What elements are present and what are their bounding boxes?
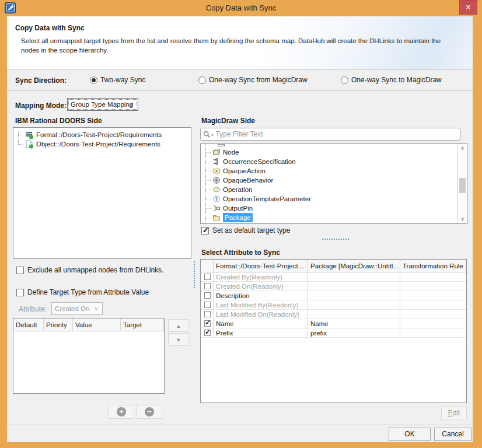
list-item-label: OpaqueBehavior <box>223 176 273 185</box>
table-row[interactable]: Description <box>201 291 466 300</box>
scrollbar-thumb[interactable] <box>459 178 466 193</box>
cancel-button[interactable]: Cancel <box>434 428 471 441</box>
list-item-partial[interactable] <box>205 144 456 148</box>
attribute-value: Created On <box>55 305 89 312</box>
table-row[interactable]: Created By(Readonly) <box>201 272 466 282</box>
edit-label: dit <box>453 409 460 417</box>
radio-two-way-sync[interactable]: Two-way Sync <box>90 76 145 84</box>
tree-item-formal-module[interactable]: Formal::/Doors-Test-Project/Requirements <box>18 130 191 139</box>
row-checkbox[interactable] <box>204 302 211 308</box>
table-row[interactable]: Last Modified By(Readonly) <box>201 300 466 310</box>
column-header-source[interactable]: Formal::/Doors-Test-Project... <box>214 260 308 272</box>
radio-one-way-from-magicdraw[interactable]: One-way Sync from MagicDraw <box>198 76 308 84</box>
radio-icon[interactable] <box>198 76 206 84</box>
list-scrollbar[interactable] <box>457 144 467 223</box>
list-item-operation[interactable]: Operation <box>205 185 456 194</box>
filter-options-caret-icon[interactable] <box>211 133 214 138</box>
dialog-window: Copy Data with Sync Copy Data with Sync … <box>0 0 482 448</box>
vertical-splitter-handle[interactable] <box>194 261 195 288</box>
tree-connector <box>205 162 211 162</box>
minus-icon: − <box>145 407 154 416</box>
scrollbar-down-icon[interactable] <box>458 215 467 223</box>
row-checkbox[interactable] <box>204 320 211 327</box>
type-filter-field[interactable] <box>200 128 460 141</box>
search-input[interactable] <box>216 130 457 138</box>
remove-row-button[interactable]: − <box>137 405 162 419</box>
column-header-target[interactable]: Package [MagicDraw::Untitl... <box>308 260 400 272</box>
tree-connector <box>18 144 23 145</box>
column-header-checkbox[interactable] <box>201 260 214 272</box>
radio-label: One-way Sync to MagicDraw <box>351 76 442 84</box>
row-checkbox[interactable] <box>204 311 211 317</box>
output-pin-icon <box>212 204 221 212</box>
attribute-sync-table[interactable]: Formal::/Doors-Test-Project... Package [… <box>200 259 467 403</box>
list-item-occurrencespecification[interactable]: OccurrenceSpecification <box>205 157 456 166</box>
column-header-default[interactable]: Default <box>13 318 44 331</box>
move-up-button[interactable]: ▲ <box>168 319 189 332</box>
list-item-package[interactable]: Package <box>205 213 456 222</box>
column-header-value[interactable]: Value <box>73 318 121 331</box>
radio-label: Two-way Sync <box>100 76 145 84</box>
doors-side-title: IBM Rational DOORS Side <box>15 117 102 125</box>
scrollbar-up-icon[interactable] <box>458 144 467 153</box>
set-default-target-checkbox[interactable]: Set as default target type <box>201 226 290 235</box>
formal-module-icon <box>25 131 34 139</box>
dialog-content: Copy Data with Sync Select all unmapped … <box>7 16 473 442</box>
add-row-button[interactable]: + <box>109 405 134 419</box>
checkbox-label: Exclude all unmapped nodes from DHLinks. <box>27 266 163 274</box>
attr-source: Prefix <box>214 328 308 338</box>
edit-button[interactable]: Edit <box>441 407 467 419</box>
attr-target <box>308 300 400 310</box>
attribute-combobox[interactable]: Created On <box>51 302 103 315</box>
checkbox-icon[interactable] <box>16 289 24 296</box>
mapping-mode-combobox[interactable]: Group Type Mapping <box>67 98 138 111</box>
row-checkbox[interactable] <box>204 330 211 336</box>
page-title: Copy Data with Sync <box>15 24 85 32</box>
column-header-priority[interactable]: Priority <box>44 318 73 331</box>
list-item-label: OutputPin <box>223 204 253 213</box>
plus-icon: + <box>117 407 126 416</box>
table-row[interactable]: Created On(Readonly) <box>201 282 466 291</box>
list-item-label: Node <box>223 148 239 157</box>
chevron-down-icon[interactable] <box>128 99 136 110</box>
row-checkbox[interactable] <box>204 274 211 280</box>
opaque-behavior-icon <box>212 176 221 184</box>
row-checkbox[interactable] <box>204 283 211 289</box>
define-target-type-checkbox[interactable]: Define Target Type from Attribute Value <box>16 288 149 296</box>
list-item-opaqueaction[interactable]: OpaqueAction <box>205 166 456 176</box>
column-header-target[interactable]: Target <box>121 318 164 331</box>
table-row[interactable]: Last Modified On(Readonly) <box>201 310 466 319</box>
radio-one-way-to-magicdraw[interactable]: One-way Sync to MagicDraw <box>341 76 442 84</box>
magicdraw-type-list[interactable]: Node OccurrenceSpecification <box>200 144 467 224</box>
attr-source: Last Modified By(Readonly) <box>214 300 308 310</box>
search-icon <box>203 131 211 138</box>
list-item-label: OccurrenceSpecification <box>223 157 296 166</box>
list-item-node[interactable]: Node <box>205 148 456 157</box>
column-header-rule[interactable]: Transformation Rule <box>400 260 466 272</box>
doors-tree-panel[interactable]: Formal::/Doors-Test-Project/Requirements… <box>13 127 191 259</box>
list-item-operationtemplateparameter[interactable]: OperationTemplateParameter <box>205 194 456 204</box>
move-down-button[interactable]: ▼ <box>168 333 189 346</box>
ok-button[interactable]: OK <box>389 428 431 441</box>
opaque-action-icon <box>212 167 221 175</box>
titlebar[interactable]: Copy Data with Sync <box>0 0 482 16</box>
close-icon[interactable] <box>459 0 477 15</box>
radio-icon[interactable] <box>341 76 348 84</box>
list-item-outputpin[interactable]: OutputPin <box>205 204 456 213</box>
attr-table-header: Formal::/Doors-Test-Project... Package [… <box>201 260 466 272</box>
horizontal-splitter-handle[interactable] <box>322 239 349 240</box>
radio-icon[interactable] <box>90 76 97 84</box>
row-checkbox[interactable] <box>204 292 211 299</box>
tree-item-object[interactable]: Object::/Doors-Test-Project/Requirements <box>18 139 191 149</box>
arrow-down-icon: ▼ <box>176 337 181 343</box>
table-row[interactable]: Name Name <box>201 319 466 328</box>
list-item-opaquebehavior[interactable]: OpaqueBehavior <box>205 176 456 185</box>
exclude-unmapped-checkbox[interactable]: Exclude all unmapped nodes from DHLinks. <box>16 266 163 274</box>
checkbox-icon[interactable] <box>201 227 209 235</box>
list-item-label: OperationTemplateParameter <box>223 194 311 204</box>
value-mapping-table[interactable]: Default Priority Value Target <box>13 318 165 394</box>
table-row[interactable]: Prefix prefix <box>201 328 466 338</box>
attr-target <box>308 291 400 300</box>
occurrence-specification-icon <box>212 158 221 166</box>
checkbox-icon[interactable] <box>16 267 24 274</box>
